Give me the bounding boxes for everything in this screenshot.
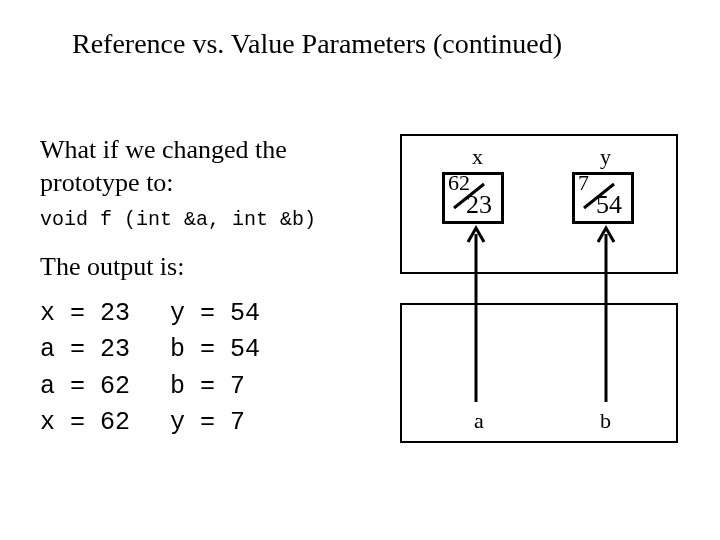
var-label-y: y bbox=[600, 144, 611, 170]
output-header: The output is: bbox=[40, 252, 184, 282]
output-block: x = 23y = 54 a = 23b = 54 a = 62b = 7 x … bbox=[40, 296, 260, 441]
output-cell: y = 7 bbox=[170, 408, 245, 437]
output-cell: x = 62 bbox=[40, 405, 170, 441]
var-label-b: b bbox=[600, 408, 611, 434]
output-cell: b = 7 bbox=[170, 372, 245, 401]
output-cell: b = 54 bbox=[170, 335, 260, 364]
output-cell: x = 23 bbox=[40, 296, 170, 332]
intro-line-2: prototype to: bbox=[40, 168, 174, 197]
intro-line-1: What if we changed the bbox=[40, 135, 287, 164]
var-label-x: x bbox=[472, 144, 483, 170]
old-value-y: 7 bbox=[578, 170, 589, 196]
prototype-code: void f (int &a, int &b) bbox=[40, 208, 316, 231]
output-cell: a = 23 bbox=[40, 332, 170, 368]
output-row: x = 23y = 54 bbox=[40, 296, 260, 332]
callee-frame-box bbox=[400, 303, 678, 443]
new-value-x: 23 bbox=[466, 190, 492, 220]
new-value-y: 54 bbox=[596, 190, 622, 220]
output-row: a = 23b = 54 bbox=[40, 332, 260, 368]
output-row: a = 62b = 7 bbox=[40, 369, 260, 405]
output-row: x = 62y = 7 bbox=[40, 405, 260, 441]
var-label-a: a bbox=[474, 408, 484, 434]
output-cell: a = 62 bbox=[40, 369, 170, 405]
output-cell: y = 54 bbox=[170, 299, 260, 328]
slide-title: Reference vs. Value Parameters (continue… bbox=[72, 28, 562, 60]
intro-text: What if we changed the prototype to: bbox=[40, 134, 370, 199]
